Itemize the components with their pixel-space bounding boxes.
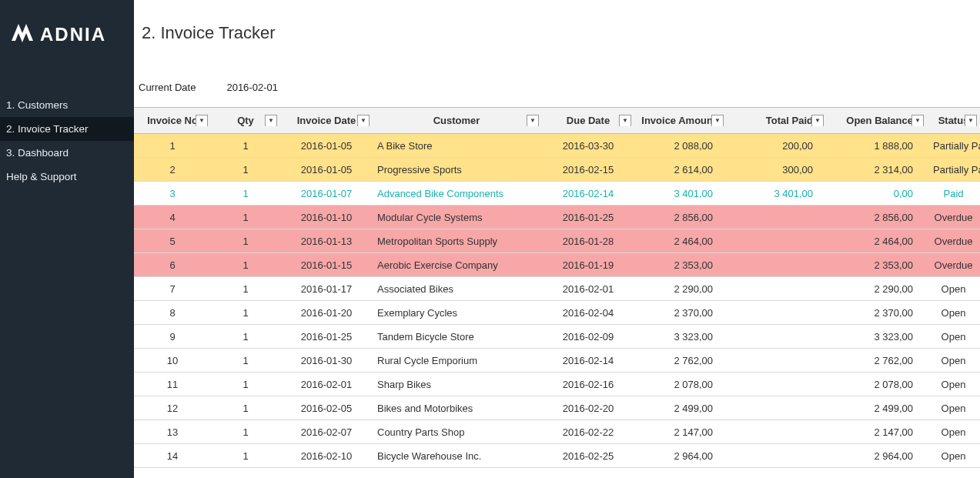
cell-due-date: 2016-02-22: [542, 426, 634, 438]
cell-open-balance: 2 353,00: [827, 259, 927, 271]
sidebar-item[interactable]: Help & Support: [0, 165, 134, 189]
sidebar-item[interactable]: 2. Invoice Tracker: [0, 117, 134, 141]
table-row[interactable]: 812016-01-20Exemplary Cycles2016-02-042 …: [134, 301, 980, 325]
col-total-paid: Total Paid ▼: [727, 115, 827, 126]
cell-due-date: 2016-02-14: [542, 188, 634, 199]
cell-customer: Advanced Bike Components: [373, 188, 542, 199]
filter-button[interactable]: ▼: [265, 115, 277, 126]
cell-status: Partially Paid: [927, 140, 980, 152]
filter-button[interactable]: ▼: [811, 115, 824, 126]
cell-status: Open: [927, 403, 980, 414]
filter-button[interactable]: ▼: [911, 115, 924, 126]
cell-invoice-amount: 2 856,00: [634, 212, 727, 223]
cell-customer: A Bike Store: [373, 140, 542, 152]
col-qty-label: Qty: [237, 115, 254, 126]
table-row[interactable]: 1412016-02-10Bicycle Warehouse Inc.2016-…: [134, 444, 980, 468]
table-row[interactable]: 512016-01-13Metropolitan Sports Supply20…: [134, 229, 980, 253]
table-row[interactable]: 612016-01-15Aerobic Exercise Company2016…: [134, 253, 980, 277]
cell-qty: 1: [211, 259, 280, 271]
cell-qty: 1: [211, 355, 280, 366]
cell-due-date: 2016-02-25: [542, 450, 634, 462]
cell-status: Open: [927, 426, 980, 438]
svg-marker-0: [12, 24, 33, 42]
cell-due-date: 2016-01-28: [542, 236, 634, 247]
page-title: 2. Invoice Tracker: [134, 0, 980, 43]
cell-invoice-no: 13: [134, 426, 211, 438]
cell-status: Open: [927, 355, 980, 366]
col-status: Status ▼: [927, 115, 980, 126]
col-invoice-no: Invoice No ▼: [134, 115, 211, 126]
table-row[interactable]: 1212016-02-05Bikes and Motorbikes2016-02…: [134, 396, 980, 420]
cell-customer: Progressive Sports: [373, 164, 542, 175]
cell-status: Open: [927, 307, 980, 319]
table-row[interactable]: 712016-01-17Associated Bikes2016-02-012 …: [134, 277, 980, 301]
cell-open-balance: 2 290,00: [827, 283, 927, 295]
filter-button[interactable]: ▼: [711, 115, 724, 126]
table-header-row: Invoice No ▼ Qty ▼ Invoice Date ▼ Custom…: [134, 108, 980, 134]
filter-button[interactable]: ▼: [357, 115, 370, 126]
filter-button[interactable]: ▼: [527, 115, 539, 126]
table-row[interactable]: 1312016-02-07Country Parts Shop2016-02-2…: [134, 420, 980, 444]
cell-invoice-date: 2016-01-30: [280, 355, 373, 366]
filter-button[interactable]: ▼: [965, 115, 977, 126]
col-invoice-amount: Invoice Amoun ▼: [634, 115, 727, 126]
table-row[interactable]: 412016-01-10Modular Cycle Systems2016-01…: [134, 206, 980, 229]
adnia-logo-icon: ADNIA: [11, 18, 126, 48]
current-date-row: Current Date 2016-02-01: [134, 43, 980, 107]
svg-text:ADNIA: ADNIA: [40, 24, 106, 45]
table-row[interactable]: 312016-01-07Advanced Bike Components2016…: [134, 182, 980, 206]
table-row[interactable]: 1012016-01-30Rural Cycle Emporium2016-02…: [134, 349, 980, 373]
cell-customer: Metropolitan Sports Supply: [373, 236, 542, 247]
cell-open-balance: 3 323,00: [827, 331, 927, 343]
cell-qty: 1: [211, 331, 280, 343]
cell-invoice-date: 2016-01-07: [280, 188, 373, 199]
cell-due-date: 2016-01-25: [542, 212, 634, 223]
cell-due-date: 2016-02-15: [542, 164, 634, 175]
cell-invoice-amount: 2 078,00: [634, 379, 727, 390]
cell-invoice-amount: 2 147,00: [634, 426, 727, 438]
cell-invoice-date: 2016-01-20: [280, 307, 373, 319]
invoice-table: Invoice No ▼ Qty ▼ Invoice Date ▼ Custom…: [134, 107, 980, 468]
col-total-paid-label: Total Paid: [766, 115, 813, 126]
filter-button[interactable]: ▼: [196, 115, 208, 126]
cell-status: Open: [927, 379, 980, 390]
cell-invoice-no: 2: [134, 164, 211, 175]
cell-invoice-date: 2016-01-17: [280, 283, 373, 295]
cell-open-balance: 2 370,00: [827, 307, 927, 319]
cell-due-date: 2016-02-14: [542, 355, 634, 366]
cell-invoice-date: 2016-02-01: [280, 379, 373, 390]
cell-invoice-no: 12: [134, 403, 211, 414]
cell-invoice-no: 11: [134, 379, 211, 390]
cell-due-date: 2016-02-16: [542, 379, 634, 390]
cell-open-balance: 2 464,00: [827, 236, 927, 247]
cell-total-paid: 200,00: [727, 140, 827, 152]
cell-open-balance: 2 078,00: [827, 379, 927, 390]
table-row[interactable]: 912016-01-25Tandem Bicycle Store2016-02-…: [134, 325, 980, 349]
cell-customer: Bicycle Warehouse Inc.: [373, 450, 542, 462]
table-row[interactable]: 112016-01-05A Bike Store2016-03-302 088,…: [134, 134, 980, 158]
cell-invoice-amount: 2 353,00: [634, 259, 727, 271]
cell-invoice-no: 8: [134, 307, 211, 319]
filter-button[interactable]: ▼: [619, 115, 631, 126]
sidebar-item[interactable]: 3. Dashboard: [0, 141, 134, 165]
cell-invoice-amount: 2 614,00: [634, 164, 727, 175]
cell-qty: 1: [211, 188, 280, 199]
cell-invoice-no: 10: [134, 355, 211, 366]
col-invoice-no-label: Invoice No: [147, 115, 198, 126]
cell-invoice-amount: 2 762,00: [634, 355, 727, 366]
table-row[interactable]: 212016-01-05Progressive Sports2016-02-15…: [134, 158, 980, 182]
cell-invoice-amount: 2 464,00: [634, 236, 727, 247]
cell-qty: 1: [211, 164, 280, 175]
cell-qty: 1: [211, 307, 280, 319]
sidebar-item[interactable]: 1. Customers: [0, 93, 134, 117]
cell-invoice-amount: 3 401,00: [634, 188, 727, 199]
cell-customer: Tandem Bicycle Store: [373, 331, 542, 343]
cell-due-date: 2016-02-01: [542, 283, 634, 295]
table-row[interactable]: 1112016-02-01Sharp Bikes2016-02-162 078,…: [134, 373, 980, 396]
col-invoice-date-label: Invoice Date: [297, 115, 356, 126]
cell-customer: Modular Cycle Systems: [373, 212, 542, 223]
cell-invoice-date: 2016-02-07: [280, 426, 373, 438]
cell-invoice-no: 14: [134, 450, 211, 462]
cell-qty: 1: [211, 426, 280, 438]
col-open-balance: Open Balance ▼: [827, 115, 927, 126]
